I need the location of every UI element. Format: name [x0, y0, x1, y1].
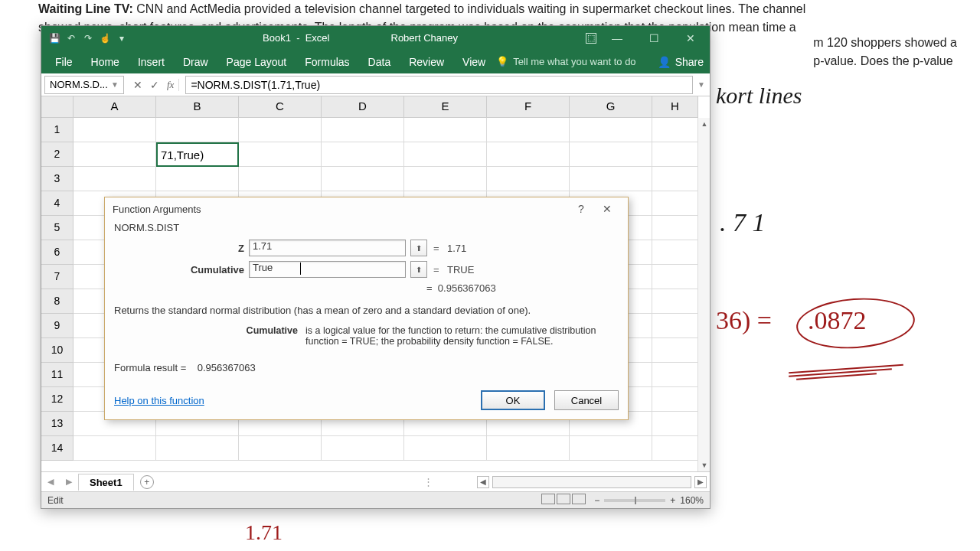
row-header[interactable]: 10	[41, 338, 74, 363]
tab-file[interactable]: File	[47, 51, 80, 73]
handwriting-eq: 36) =	[716, 306, 772, 335]
zoom-level: 160%	[680, 495, 704, 506]
col-header-h[interactable]: H	[652, 96, 698, 118]
arg-z-input[interactable]: 1.71	[249, 240, 406, 256]
col-header-e[interactable]: E	[404, 96, 487, 118]
tab-insert[interactable]: Insert	[130, 51, 172, 73]
dialog-help-button[interactable]: ?	[568, 197, 594, 220]
function-description: Returns the standard normal distribution…	[114, 302, 619, 324]
cancel-formula-icon[interactable]: ✕	[133, 79, 142, 91]
selected-arg-description: is a logical value for the function to r…	[305, 325, 619, 347]
arg-cumulative-collapse-button[interactable]: ⬆	[410, 261, 427, 278]
maximize-button[interactable]: ☐	[638, 27, 670, 50]
zoom-control[interactable]: − + 160%	[594, 495, 704, 506]
arg-z-label: Z	[114, 243, 244, 254]
vertical-scrollbar[interactable]: ▲ ▼	[697, 118, 710, 471]
formula-result-value: 0.956367063	[198, 362, 256, 373]
zoom-in-icon[interactable]: +	[670, 495, 675, 506]
col-header-c[interactable]: C	[239, 96, 322, 118]
handwriting-mid: . 7 1	[720, 208, 766, 237]
undo-icon[interactable]: ↶	[66, 33, 77, 44]
col-header-b[interactable]: B	[156, 96, 239, 118]
cell-b2-active[interactable]: 71,True)	[156, 142, 239, 167]
touch-icon[interactable]: ☝	[100, 33, 110, 44]
name-box[interactable]: NORM.S.D... ▼	[44, 76, 124, 94]
scroll-up-icon[interactable]: ▲	[698, 118, 710, 130]
tell-me-search[interactable]: 💡Tell me what you want to do	[496, 56, 635, 67]
horizontal-scrollbar[interactable]	[492, 476, 691, 488]
arg-z-evaluated: 1.71	[447, 243, 619, 254]
zoom-out-icon[interactable]: −	[594, 495, 599, 506]
tab-page-layout[interactable]: Page Layout	[219, 51, 295, 73]
formula-input[interactable]: =NORM.S.DIST(1.71,True)	[185, 76, 693, 94]
enter-formula-icon[interactable]: ✓	[150, 79, 159, 91]
row-header[interactable]: 12	[41, 387, 74, 412]
handwriting-underline	[789, 366, 903, 380]
add-sheet-button[interactable]: +	[140, 475, 154, 489]
fx-icon[interactable]: fx	[167, 79, 179, 91]
arg-z-collapse-button[interactable]: ⬆	[410, 240, 427, 256]
sheet-tab-bar: ◀ ▶ Sheet1 + ⋮ ◀ ▶	[41, 471, 710, 491]
status-bar: Edit − + 160%	[41, 491, 710, 508]
tab-view[interactable]: View	[455, 51, 493, 73]
row-header[interactable]: 3	[41, 167, 74, 191]
formula-text: =NORM.S.DIST(1.71,True)	[191, 79, 320, 91]
hscroll-left-icon[interactable]: ◀	[477, 476, 489, 488]
formula-expand-icon[interactable]: ▼	[693, 80, 710, 89]
row-header[interactable]: 9	[41, 314, 74, 338]
tab-data[interactable]: Data	[361, 51, 399, 73]
row-header[interactable]: 1	[41, 118, 74, 142]
user-name: Robert Chaney	[391, 32, 458, 44]
tab-home[interactable]: Home	[83, 51, 127, 73]
col-header-f[interactable]: F	[487, 96, 570, 118]
hscroll-right-icon[interactable]: ▶	[694, 476, 707, 488]
sheet-nav-next[interactable]: ▶	[60, 477, 78, 487]
account-icon[interactable]: ⬚	[586, 33, 596, 44]
qat-dropdown-icon[interactable]: ▾	[116, 33, 127, 44]
minimize-button[interactable]: —	[601, 27, 633, 50]
tab-draw[interactable]: Draw	[175, 51, 216, 73]
scroll-down-icon[interactable]: ▼	[698, 459, 710, 471]
function-result: 0.956367063	[438, 282, 496, 294]
row-header[interactable]: 7	[41, 265, 74, 289]
save-icon[interactable]: 💾	[49, 33, 60, 44]
redo-icon[interactable]: ↷	[83, 33, 93, 44]
ok-button[interactable]: OK	[481, 390, 545, 410]
row-header[interactable]: 6	[41, 240, 74, 265]
name-box-value: NORM.S.D...	[50, 79, 108, 90]
help-on-function-link[interactable]: Help on this function	[114, 395, 204, 406]
arg-cumulative-evaluated: TRUE	[447, 264, 619, 276]
arg-cumulative-input[interactable]: True	[249, 261, 406, 278]
handwriting-oval	[795, 295, 916, 353]
text-cursor	[300, 262, 301, 275]
row-header[interactable]: 13	[41, 412, 74, 436]
status-mode: Edit	[47, 495, 64, 506]
zoom-slider[interactable]	[604, 499, 665, 502]
row-header[interactable]: 2	[41, 142, 74, 167]
select-all-corner[interactable]	[41, 96, 74, 118]
name-box-dropdown-icon[interactable]: ▼	[111, 80, 119, 89]
tab-split-handle[interactable]: ⋮	[419, 476, 438, 487]
formula-result-label: Formula result =	[114, 362, 186, 373]
row-header[interactable]: 11	[41, 363, 74, 387]
col-header-d[interactable]: D	[322, 96, 404, 118]
share-button[interactable]: 👤Share	[658, 56, 704, 68]
function-name-label: NORM.S.DIST	[114, 222, 619, 233]
dialog-close-button[interactable]: ✕	[594, 197, 620, 220]
bulb-icon: 💡	[496, 56, 508, 67]
close-button[interactable]: ✕	[675, 27, 707, 50]
col-header-g[interactable]: G	[570, 96, 652, 118]
view-buttons[interactable]	[541, 494, 586, 507]
sheet-nav-prev[interactable]: ◀	[41, 477, 60, 487]
tab-review[interactable]: Review	[401, 51, 452, 73]
row-header[interactable]: 4	[41, 191, 74, 216]
col-header-a[interactable]: A	[74, 96, 156, 118]
app-name: Excel	[305, 32, 330, 44]
row-header[interactable]: 14	[41, 436, 74, 461]
cancel-button[interactable]: Cancel	[554, 390, 619, 410]
tab-formulas[interactable]: Formulas	[297, 51, 357, 73]
row-header[interactable]: 5	[41, 216, 74, 240]
row-header[interactable]: 8	[41, 289, 74, 314]
workbook-name: Book1	[263, 32, 291, 44]
sheet-tab-sheet1[interactable]: Sheet1	[78, 474, 134, 491]
